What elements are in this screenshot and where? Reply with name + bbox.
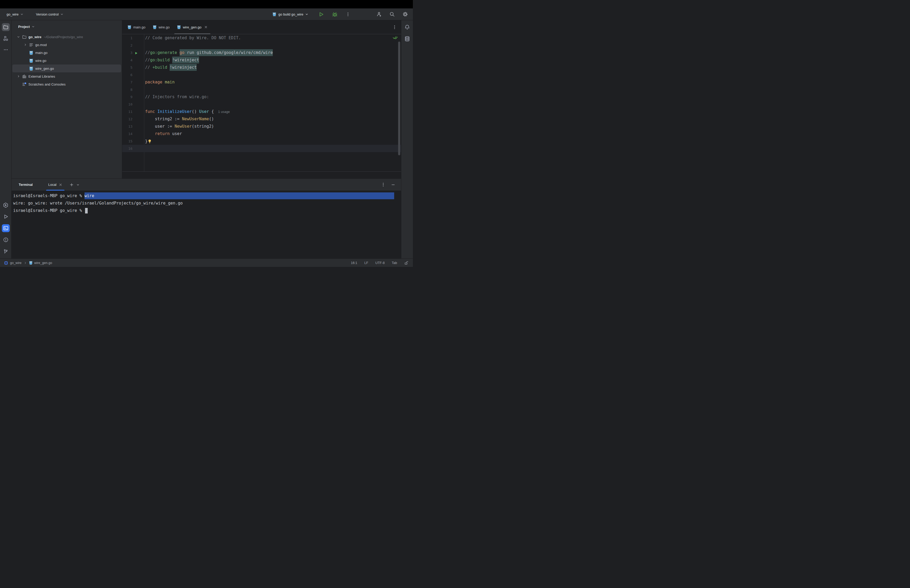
chevron-right-icon[interactable]	[16, 74, 21, 78]
tree-item-wire-go[interactable]: wire.go	[12, 57, 121, 65]
tab-options-icon[interactable]	[391, 24, 397, 30]
hide-terminal-icon[interactable]	[390, 182, 396, 188]
line-number: 9	[130, 95, 133, 99]
editor-scrollbar[interactable]	[398, 42, 400, 155]
writable-lock-icon[interactable]	[404, 261, 408, 265]
terminal-dropdown-icon[interactable]	[75, 182, 81, 188]
terminal-title: Terminal	[19, 183, 33, 187]
chevron-right-icon	[24, 262, 27, 265]
debug-button[interactable]	[331, 11, 338, 18]
gutter-cell: 11	[122, 108, 144, 115]
project-menu-button[interactable]: go_wire	[6, 12, 23, 16]
tree-item-label: main.go	[35, 51, 47, 55]
code-line-13[interactable]: 13 user := NewUser(string2)	[122, 123, 401, 130]
chevron-down-icon[interactable]	[16, 35, 21, 39]
gutter-cell: 7	[122, 78, 144, 86]
code-line-10[interactable]: 10	[122, 100, 401, 108]
code-text: user := NewUser(string2)	[144, 124, 214, 129]
vcs-menu-button[interactable]: Version control	[36, 12, 63, 16]
go-file-icon	[29, 66, 34, 71]
search-everywhere-icon[interactable]	[388, 11, 396, 18]
line-number: 11	[128, 110, 133, 114]
more-icon[interactable]	[2, 46, 10, 54]
project-tree: go_wire~/GolandProjects/go_wirego.modmai…	[11, 33, 122, 88]
breadcrumb-file[interactable]: wire_gen.go	[34, 261, 52, 265]
terminal-options-icon[interactable]	[380, 182, 386, 188]
code-line-4[interactable]: 4//go:build !wireinject	[122, 57, 401, 64]
tree-item-label: go.mod	[35, 43, 47, 47]
code-line-5[interactable]: 5// +build !wireinject	[122, 64, 401, 71]
chevron-right-icon[interactable]	[23, 43, 27, 47]
code-line-6[interactable]: 6	[122, 71, 401, 78]
code-editor[interactable]: 1// Code generated by Wire. DO NOT EDIT.…	[122, 34, 401, 171]
project-folder-icon[interactable]	[2, 23, 10, 31]
code-line-3[interactable]: 3//go:generate go run github.com/google/…	[122, 49, 401, 57]
tab-wire-go[interactable]: wire.go	[149, 20, 173, 34]
breadcrumb-project[interactable]: go_wire	[10, 261, 22, 265]
caret-position[interactable]: 16:1	[351, 261, 357, 265]
tree-item-wire-gen-go[interactable]: wire_gen.go	[12, 65, 121, 73]
tree-item-label: go_wire	[28, 35, 41, 39]
tree-item-go-mod[interactable]: go.mod	[12, 41, 121, 49]
code-line-11[interactable]: 11func InitializeUser() User {1 usage	[122, 108, 401, 115]
structure-icon[interactable]	[2, 34, 10, 42]
gutter-cell: 15	[122, 137, 144, 145]
tree-indent	[23, 58, 27, 63]
code-with-me-icon[interactable]	[375, 11, 383, 18]
services-icon[interactable]	[2, 201, 10, 209]
tree-item-label: wire_gen.go	[35, 66, 54, 71]
project-panel-header[interactable]: Project	[11, 20, 122, 33]
terminal-header: Terminal Local	[11, 179, 401, 191]
line-number: 15	[128, 139, 133, 143]
tree-item-external-libraries[interactable]: External Libraries	[12, 73, 121, 80]
editor-tab-bar: main.go wire.go wire_gen.go	[122, 20, 401, 34]
tree-item-label: Scratches and Consoles	[28, 82, 66, 86]
project-panel-title: Project	[18, 25, 30, 29]
code-line-14[interactable]: 14 return user	[122, 130, 401, 137]
line-separator[interactable]: LF	[364, 261, 369, 265]
line-number: 16	[128, 147, 133, 150]
tree-item-main-go[interactable]: main.go	[12, 49, 121, 57]
tree-indent	[23, 66, 27, 71]
file-encoding[interactable]: UTF-8	[375, 261, 385, 265]
indent-style[interactable]: Tab	[392, 261, 397, 265]
terminal-line-2: wire: go_wire: wrote /Users/israel/Golan…	[13, 200, 401, 207]
code-line-16[interactable]: 16	[122, 145, 401, 152]
tab-main-go[interactable]: main.go	[124, 20, 149, 34]
code-line-2[interactable]: 2	[122, 42, 401, 49]
run-line-icon[interactable]	[134, 51, 138, 55]
terminal-icon[interactable]	[2, 224, 10, 232]
run-icon[interactable]	[2, 213, 10, 221]
code-line-8[interactable]: 8	[122, 86, 401, 93]
usages-inlay-hint[interactable]: 1 usage	[218, 110, 230, 114]
close-icon[interactable]	[204, 25, 208, 29]
code-line-7[interactable]: 7package main	[122, 78, 401, 86]
close-icon[interactable]	[59, 183, 62, 187]
new-terminal-icon[interactable]	[68, 182, 75, 188]
line-number: 13	[128, 124, 133, 128]
scratch-icon	[22, 82, 27, 87]
intention-bulb-icon[interactable]	[148, 139, 152, 144]
line-number: 14	[128, 132, 133, 136]
tree-item-scratches-and-consoles[interactable]: Scratches and Consoles	[12, 80, 121, 88]
main-toolbar: go_wire Version control go build go_wire	[0, 8, 413, 20]
notifications-icon[interactable]	[403, 23, 411, 31]
settings-icon[interactable]	[402, 11, 409, 18]
terminal-output[interactable]: israel@Israels-MBP go_wire % wirewire: g…	[11, 191, 401, 258]
inspections-ok-icon[interactable]	[393, 35, 398, 40]
code-line-12[interactable]: 12 string2 := NewUserName()	[122, 115, 401, 123]
git-branch-icon[interactable]	[2, 247, 10, 255]
line-number: 1	[130, 36, 133, 40]
code-line-9[interactable]: 9// Injectors from wire.go:	[122, 93, 401, 100]
project-tool-window: Project go_wire~/GolandProjects/go_wireg…	[11, 20, 122, 178]
tree-item-go-wire[interactable]: go_wire~/GolandProjects/go_wire	[12, 33, 121, 41]
code-line-15[interactable]: 15}	[122, 137, 401, 145]
run-button[interactable]	[317, 11, 325, 18]
problems-icon[interactable]	[2, 236, 10, 244]
code-line-1[interactable]: 1// Code generated by Wire. DO NOT EDIT.	[122, 34, 401, 42]
terminal-tab-local[interactable]: Local	[45, 179, 66, 191]
tab-wire-gen-go[interactable]: wire_gen.go	[173, 20, 212, 34]
more-actions-button[interactable]	[344, 11, 352, 18]
database-icon[interactable]	[403, 35, 411, 43]
run-configuration-selector[interactable]: go build go_wire	[272, 12, 308, 16]
